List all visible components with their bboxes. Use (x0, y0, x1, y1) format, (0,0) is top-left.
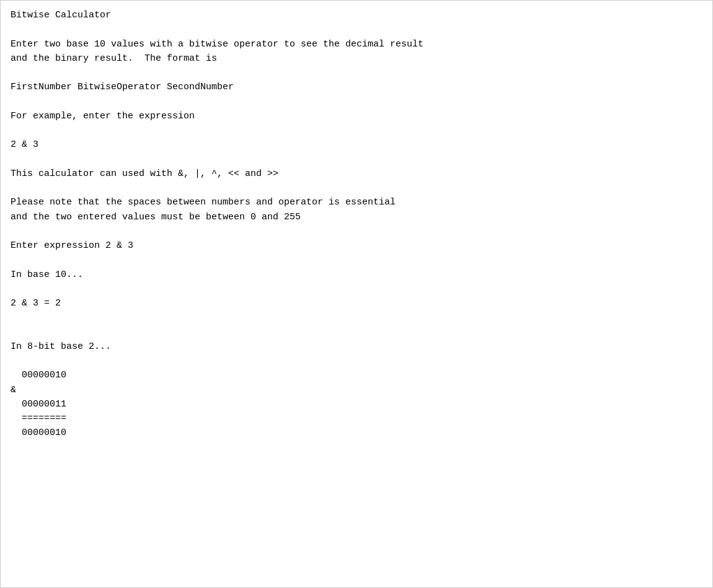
blank-line-3 (11, 95, 702, 109)
operators-line: This calculator can used with &, |, ^, <… (11, 167, 702, 181)
intro-line-2: and the binary result. The format is (11, 51, 702, 66)
terminal-window: Bitwise Calculator Enter two base 10 val… (0, 0, 713, 588)
binary-op-line: & (11, 383, 702, 397)
example-expr-line: 2 & 3 (11, 138, 702, 152)
blank-line-9 (11, 282, 702, 296)
intro-line-1: Enter two base 10 values with a bitwise … (11, 37, 702, 51)
note-line-1: Please note that the spaces between numb… (11, 195, 702, 209)
format-line: FirstNumber BitwiseOperator SecondNumber (11, 80, 702, 94)
base10-result-line: 2 & 3 = 2 (11, 296, 702, 310)
binary-num1-line: 00000010 (11, 368, 702, 382)
blank-line-10 (11, 310, 702, 325)
title-line: Bitwise Calculator (11, 8, 702, 22)
base2-label-line: In 8-bit base 2... (11, 340, 702, 354)
binary-result-line: 00000010 (11, 426, 702, 440)
blank-line-11 (11, 325, 702, 340)
note-line-2: and the two entered values must be betwe… (11, 210, 702, 224)
example-label-line: For example, enter the expression (11, 109, 702, 123)
input-line: Enter expression 2 & 3 (11, 239, 702, 253)
blank-line-6 (11, 181, 702, 195)
blank-line-1 (11, 22, 702, 37)
blank-line-8 (11, 253, 702, 267)
blank-line-4 (11, 123, 702, 138)
base10-label-line: In base 10... (11, 268, 702, 282)
blank-line-5 (11, 152, 702, 167)
binary-num2-line: 00000011 (11, 397, 702, 411)
blank-line-7 (11, 224, 702, 239)
blank-line-12 (11, 354, 702, 368)
blank-line-2 (11, 66, 702, 80)
binary-sep-line: ======== (11, 411, 702, 426)
